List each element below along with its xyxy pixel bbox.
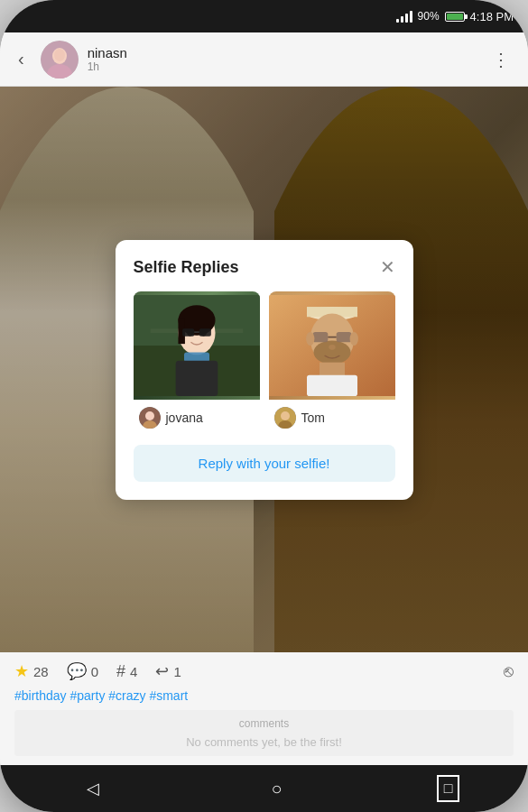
close-button[interactable]: ✕	[380, 258, 395, 276]
comments-section: comments No comments yet, be the first!	[14, 710, 514, 756]
nav-bar: ◁ ○ □	[0, 765, 528, 812]
svg-point-35	[329, 345, 335, 350]
jovana-username: jovana	[166, 411, 203, 425]
post-time: 1h	[88, 60, 485, 73]
signal-bars	[396, 10, 412, 23]
tom-avatar	[274, 407, 296, 429]
no-comments-text: No comments yet, be the first!	[25, 735, 503, 749]
selfie-label-jovana: jovana	[134, 400, 260, 432]
signal-bar-3	[405, 14, 408, 23]
svg-rect-12	[182, 328, 194, 336]
reply-icon: ↩	[155, 661, 169, 681]
svg-rect-16	[175, 360, 218, 395]
status-icons: 90% 4:18 PM	[396, 10, 514, 23]
battery-percent: 90%	[418, 10, 440, 23]
star-count: 28	[33, 664, 49, 679]
username: ninasn	[88, 45, 485, 60]
user-info: ninasn 1h	[88, 45, 485, 73]
signal-bar-1	[396, 19, 399, 23]
reply-with-selfie-button[interactable]: Reply with your selfie!	[134, 445, 395, 482]
back-button[interactable]: ‹	[11, 42, 32, 77]
svg-point-32	[349, 332, 357, 346]
content-area: Selfie Replies ✕	[0, 87, 528, 652]
svg-rect-13	[199, 328, 210, 336]
signal-bar-2	[401, 16, 403, 23]
svg-point-18	[145, 411, 154, 420]
hashtags[interactable]: #birthday #party #crazy #smart	[14, 688, 514, 703]
hashtag-action[interactable]: # 4	[116, 662, 137, 681]
svg-rect-34	[307, 374, 357, 395]
selfie-replies-modal: Selfie Replies ✕	[116, 240, 413, 500]
share-icon: ⎋	[504, 662, 514, 681]
nav-home-button[interactable]: ○	[254, 771, 301, 807]
svg-point-25	[313, 340, 350, 364]
selfie-item-tom[interactable]: Tom	[269, 291, 395, 432]
share-action[interactable]: ⎋	[504, 662, 514, 681]
star-action[interactable]: ★ 28	[14, 661, 49, 681]
selfie-label-tom: Tom	[269, 400, 395, 432]
modal-title: Selfie Replies	[134, 258, 239, 277]
comment-count: 0	[91, 664, 98, 679]
action-row: ★ 28 💬 0 # 4 ↩ 1 ⎋	[14, 661, 514, 681]
hashtag-icon: #	[116, 662, 125, 681]
nav-back-button[interactable]: ◁	[69, 771, 117, 806]
reply-action[interactable]: ↩ 1	[155, 661, 181, 681]
nav-recent-button[interactable]: □	[437, 775, 460, 802]
tom-username: Tom	[301, 411, 325, 425]
hashtag-count: 4	[130, 664, 137, 679]
selfie-photo-tom	[269, 291, 395, 400]
selfie-photo-jovana	[134, 291, 260, 400]
svg-point-37	[281, 411, 290, 420]
selfie-item-jovana[interactable]: jovana	[134, 291, 260, 432]
svg-rect-26	[312, 332, 328, 342]
svg-point-31	[306, 332, 314, 346]
more-button[interactable]: ⋮	[485, 42, 517, 78]
comment-action[interactable]: 💬 0	[67, 661, 98, 681]
user-avatar[interactable]	[41, 41, 79, 78]
svg-point-3	[54, 49, 65, 61]
jovana-avatar	[139, 407, 161, 429]
status-bar: 90% 4:18 PM	[0, 0, 528, 32]
phone-frame: 90% 4:18 PM ‹ ninasn 1h ⋮	[0, 0, 528, 812]
bottom-bar: ★ 28 💬 0 # 4 ↩ 1 ⎋ #birthday #party #cra…	[0, 652, 528, 765]
status-time: 4:18 PM	[470, 10, 514, 23]
comment-icon: 💬	[67, 661, 87, 681]
selfie-grid: jovana	[134, 291, 395, 432]
battery-icon	[445, 12, 465, 22]
reply-count: 1	[173, 664, 181, 679]
modal-overlay: Selfie Replies ✕	[0, 87, 528, 652]
signal-bar-4	[410, 11, 412, 23]
star-icon: ★	[14, 661, 29, 681]
svg-rect-27	[336, 332, 351, 342]
modal-header: Selfie Replies ✕	[134, 258, 395, 277]
comments-label: comments	[25, 717, 503, 730]
top-bar: ‹ ninasn 1h ⋮	[0, 32, 528, 87]
